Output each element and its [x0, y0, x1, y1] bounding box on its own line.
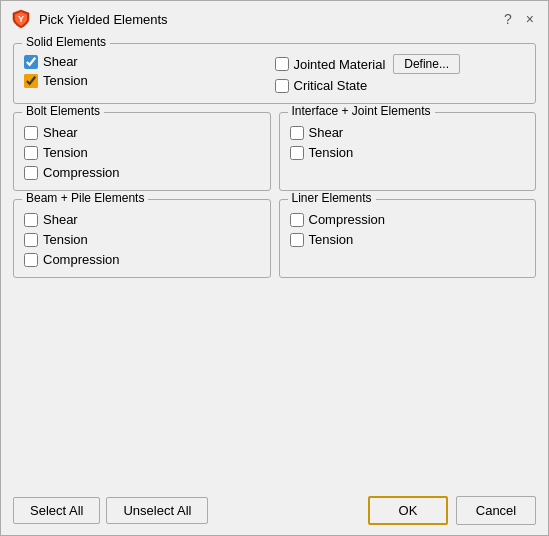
define-button[interactable]: Define... [393, 54, 460, 74]
ok-button[interactable]: OK [368, 496, 448, 525]
solid-group-label: Solid Elements [22, 35, 110, 49]
bolt-group-label: Bolt Elements [22, 104, 104, 118]
beam-compression-checkbox[interactable] [24, 253, 38, 267]
liner-compression-label: Compression [309, 212, 386, 227]
interface-group-label: Interface + Joint Elements [288, 104, 435, 118]
footer-right-buttons: OK Cancel [368, 496, 536, 525]
title-bar: Y Pick Yielded Elements ? × [1, 1, 548, 35]
interface-tension-checkbox[interactable] [290, 146, 304, 160]
solid-jointed-checkbox[interactable] [275, 57, 289, 71]
app-icon: Y [11, 9, 31, 29]
bolt-compression-label: Compression [43, 165, 120, 180]
liner-compression-checkbox[interactable] [290, 213, 304, 227]
solid-elements-group: Solid Elements Shear Tension [13, 43, 536, 104]
close-button[interactable]: × [522, 12, 538, 26]
bottom-groups: Beam + Pile Elements Shear Tension Compr… [13, 199, 536, 278]
beam-shear-label: Shear [43, 212, 78, 227]
liner-compression-row[interactable]: Compression [290, 212, 526, 227]
footer-left-buttons: Select All Unselect All [13, 497, 208, 524]
footer: Select All Unselect All OK Cancel [1, 488, 548, 535]
bolt-tension-label: Tension [43, 145, 88, 160]
mid-groups: Bolt Elements Shear Tension Compression [13, 112, 536, 191]
solid-tension-checkbox[interactable] [24, 74, 38, 88]
svg-text:Y: Y [18, 14, 24, 24]
solid-jointed-label: Jointed Material [294, 57, 386, 72]
beam-shear-checkbox[interactable] [24, 213, 38, 227]
beam-compression-label: Compression [43, 252, 120, 267]
beam-shear-row[interactable]: Shear [24, 212, 260, 227]
solid-right-section: Jointed Material Define... Critical Stat… [275, 54, 526, 93]
interface-shear-checkbox[interactable] [290, 126, 304, 140]
interface-items: Shear Tension [290, 125, 526, 160]
solid-critical-checkbox[interactable] [275, 79, 289, 93]
solid-shear-row[interactable]: Shear [24, 54, 275, 69]
solid-shear-checkbox[interactable] [24, 55, 38, 69]
solid-tension-label: Tension [43, 73, 88, 88]
select-all-button[interactable]: Select All [13, 497, 100, 524]
bolt-items: Shear Tension Compression [24, 125, 260, 180]
interface-shear-row[interactable]: Shear [290, 125, 526, 140]
beam-items: Shear Tension Compression [24, 212, 260, 267]
solid-jointed-row: Jointed Material Define... [275, 54, 526, 74]
bolt-tension-checkbox[interactable] [24, 146, 38, 160]
title-left: Y Pick Yielded Elements [11, 9, 168, 29]
dialog-window: Y Pick Yielded Elements ? × Solid Elemen… [0, 0, 549, 536]
bolt-compression-checkbox[interactable] [24, 166, 38, 180]
beam-tension-label: Tension [43, 232, 88, 247]
bolt-shear-checkbox[interactable] [24, 126, 38, 140]
solid-critical-label: Critical State [294, 78, 368, 93]
interface-shear-label: Shear [309, 125, 344, 140]
solid-tension-row[interactable]: Tension [24, 73, 275, 88]
title-buttons: ? × [500, 12, 538, 26]
dialog-body: Solid Elements Shear Tension [1, 35, 548, 488]
bolt-tension-row[interactable]: Tension [24, 145, 260, 160]
unselect-all-button[interactable]: Unselect All [106, 497, 208, 524]
liner-group-label: Liner Elements [288, 191, 376, 205]
interface-tension-row[interactable]: Tension [290, 145, 526, 160]
liner-tension-label: Tension [309, 232, 354, 247]
dialog-title: Pick Yielded Elements [39, 12, 168, 27]
solid-left: Shear Tension [24, 54, 275, 93]
bolt-shear-label: Shear [43, 125, 78, 140]
beam-elements-group: Beam + Pile Elements Shear Tension Compr… [13, 199, 271, 278]
bolt-elements-group: Bolt Elements Shear Tension Compression [13, 112, 271, 191]
solid-sections: Shear Tension Jointed Material Define... [24, 50, 525, 93]
beam-group-label: Beam + Pile Elements [22, 191, 148, 205]
liner-items: Compression Tension [290, 212, 526, 247]
solid-jointed-label-row[interactable]: Jointed Material [275, 57, 386, 72]
cancel-button[interactable]: Cancel [456, 496, 536, 525]
beam-compression-row[interactable]: Compression [24, 252, 260, 267]
liner-elements-group: Liner Elements Compression Tension [279, 199, 537, 278]
solid-critical-row[interactable]: Critical State [275, 78, 526, 93]
interface-tension-label: Tension [309, 145, 354, 160]
help-button[interactable]: ? [500, 12, 516, 26]
bolt-shear-row[interactable]: Shear [24, 125, 260, 140]
liner-tension-row[interactable]: Tension [290, 232, 526, 247]
solid-shear-label: Shear [43, 54, 78, 69]
bolt-compression-row[interactable]: Compression [24, 165, 260, 180]
interface-elements-group: Interface + Joint Elements Shear Tension [279, 112, 537, 191]
beam-tension-checkbox[interactable] [24, 233, 38, 247]
liner-tension-checkbox[interactable] [290, 233, 304, 247]
beam-tension-row[interactable]: Tension [24, 232, 260, 247]
